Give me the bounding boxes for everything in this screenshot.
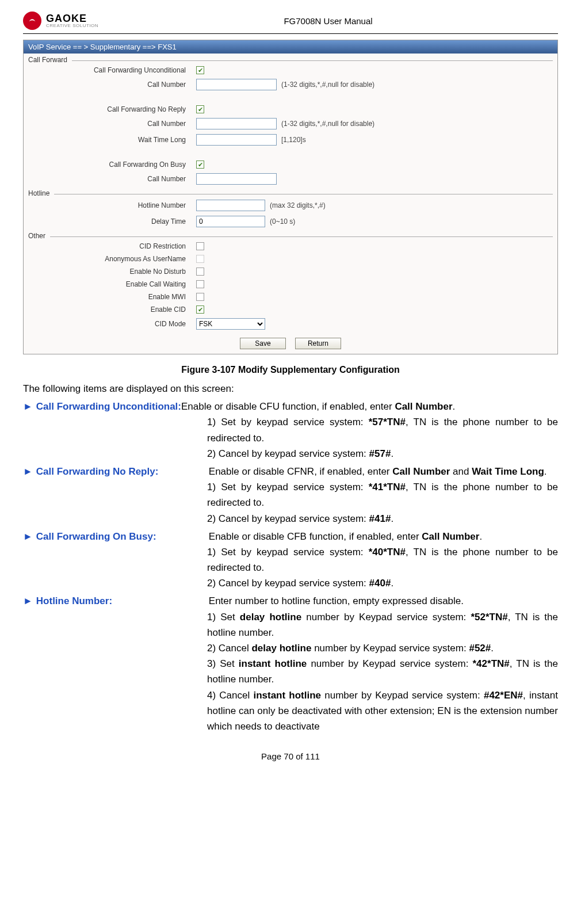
description-text: The following items are displayed on thi… bbox=[23, 381, 558, 734]
arrow-icon: ► bbox=[23, 593, 33, 609]
cfb-label: Call Forwarding On Busy bbox=[24, 161, 196, 169]
param-cfb: Call Forwarding On Busy: bbox=[36, 529, 209, 544]
return-button[interactable]: Return bbox=[295, 338, 341, 349]
enable-cid-label: Enable CID bbox=[24, 306, 196, 314]
document-title: FG7008N User Manual bbox=[98, 16, 558, 26]
hotline-desc-3: 3) Set instant hotline number by Keypad … bbox=[207, 656, 558, 687]
hotline-num-input[interactable] bbox=[196, 200, 265, 211]
brand-tagline: CREATIVE SOLUTION bbox=[46, 24, 98, 28]
cfu-hint: (1-32 digits,*,#,null for disable) bbox=[281, 81, 374, 89]
mwi-checkbox[interactable] bbox=[196, 293, 204, 301]
section-title: Hotline bbox=[28, 189, 49, 197]
cfnr-callnum-label: Call Number bbox=[24, 120, 196, 128]
arrow-icon: ► bbox=[23, 529, 33, 544]
cfnr-desc-1: 1) Set by keypad service system: *41*TN#… bbox=[207, 479, 558, 510]
hotline-num-hint: (max 32 digits,*,#) bbox=[270, 201, 326, 209]
cfnr-label: Call Forwarding No Reply bbox=[24, 105, 196, 113]
anon-username-label: Anonymous As UserName bbox=[24, 255, 196, 263]
divider-line bbox=[50, 236, 553, 237]
mwi-label: Enable MWI bbox=[24, 293, 196, 301]
call-waiting-label: Enable Call Waiting bbox=[24, 280, 196, 288]
cfnr-callnum-input[interactable] bbox=[196, 118, 277, 129]
cfu-callnum-label: Call Number bbox=[24, 81, 196, 89]
hotline-desc-1: 1) Set delay hotline number by Keypad se… bbox=[207, 609, 558, 640]
enable-cid-checkbox[interactable] bbox=[196, 306, 204, 314]
divider-line bbox=[72, 60, 553, 61]
swoosh-icon bbox=[28, 16, 37, 25]
window-titlebar: VoIP Service == > Supplementary ==> FXS1 bbox=[24, 40, 557, 54]
hotline-num-label: Hotline Number bbox=[24, 201, 196, 209]
cfnr-desc-2: 2) Cancel by keypad service system: #41#… bbox=[207, 511, 558, 526]
config-window: VoIP Service == > Supplementary ==> FXS1… bbox=[23, 40, 558, 354]
cfu-callnum-input[interactable] bbox=[196, 79, 277, 90]
param-cfu: Call Forwarding Unconditional: bbox=[36, 399, 181, 414]
cfb-desc-1: 1) Set by keypad service system: *40*TN#… bbox=[207, 544, 558, 575]
param-hotline: Hotline Number: bbox=[36, 593, 209, 609]
cfu-desc: Enable or disable CFU function, if enabl… bbox=[181, 399, 455, 414]
cfb-checkbox[interactable] bbox=[196, 161, 204, 169]
cfnr-hint: (1-32 digits,*,#,null for disable) bbox=[281, 120, 374, 128]
cid-mode-label: CID Mode bbox=[24, 320, 196, 328]
cfu-desc-1: 1) Set by keypad service system: *57*TN#… bbox=[207, 414, 558, 445]
cfb-callnum-input[interactable] bbox=[196, 173, 277, 185]
arrow-icon: ► bbox=[23, 464, 33, 479]
section-title: Other bbox=[28, 232, 45, 240]
brand-logo: GAOKE CREATIVE SOLUTION bbox=[23, 12, 98, 30]
cfb-callnum-label: Call Number bbox=[24, 175, 196, 183]
cfu-checkbox[interactable] bbox=[196, 66, 204, 74]
no-disturb-checkbox[interactable] bbox=[196, 268, 204, 276]
cid-restriction-checkbox[interactable] bbox=[196, 242, 204, 250]
section-call-forward: Call Forward bbox=[24, 54, 557, 64]
cfnr-wait-hint: [1,120]s bbox=[281, 136, 306, 144]
cfu-desc-2: 2) Cancel by keypad service system: #57#… bbox=[207, 446, 558, 461]
hotline-desc-4: 4) Cancel instant hotline number by Keyp… bbox=[207, 688, 558, 735]
save-button[interactable]: Save bbox=[240, 338, 286, 349]
figure-caption: Figure 3-107 Modify Supplementary Config… bbox=[23, 365, 558, 375]
call-waiting-checkbox[interactable] bbox=[196, 280, 204, 288]
delay-time-label: Delay Time bbox=[24, 217, 196, 226]
cfnr-checkbox[interactable] bbox=[196, 105, 204, 113]
anon-username-checkbox[interactable] bbox=[196, 255, 204, 263]
cfu-label: Call Forwarding Unconditional bbox=[24, 66, 196, 74]
cfb-desc: Enable or disable CFB function, if enabl… bbox=[209, 529, 482, 544]
brand-name: GAOKE bbox=[46, 13, 98, 24]
cid-mode-select[interactable]: FSK bbox=[196, 318, 265, 330]
logo-icon bbox=[23, 12, 41, 30]
cfnr-wait-input[interactable] bbox=[196, 134, 277, 146]
delay-time-hint: (0~10 s) bbox=[270, 217, 295, 226]
hotline-desc-2: 2) Cancel delay hotline number by Keypad… bbox=[207, 640, 558, 656]
param-cfnr: Call Forwarding No Reply: bbox=[36, 464, 209, 479]
intro-line: The following items are displayed on thi… bbox=[23, 381, 558, 396]
page-header: GAOKE CREATIVE SOLUTION FG7008N User Man… bbox=[23, 12, 558, 34]
section-hotline: Hotline bbox=[24, 187, 557, 197]
section-other: Other bbox=[24, 230, 557, 240]
page-footer: Page 70 of 111 bbox=[23, 751, 558, 761]
arrow-icon: ► bbox=[23, 399, 33, 414]
cid-restriction-label: CID Restriction bbox=[24, 242, 196, 250]
divider-line bbox=[54, 194, 553, 194]
hotline-desc-0: Enter number to hotline function, empty … bbox=[209, 593, 464, 609]
delay-time-input[interactable] bbox=[196, 216, 265, 227]
section-title: Call Forward bbox=[28, 56, 67, 64]
cfnr-wait-label: Wait Time Long bbox=[24, 136, 196, 144]
cfnr-desc: Enable or disable CFNR, if enabled, ente… bbox=[209, 464, 547, 479]
cfb-desc-2: 2) Cancel by keypad service system: #40#… bbox=[207, 575, 558, 591]
no-disturb-label: Enable No Disturb bbox=[24, 268, 196, 276]
button-bar: Save Return bbox=[24, 332, 557, 354]
